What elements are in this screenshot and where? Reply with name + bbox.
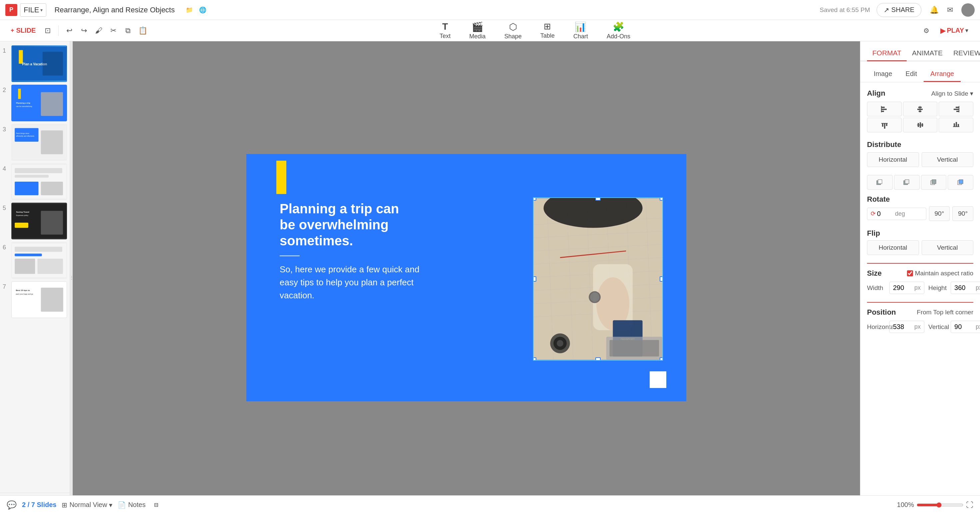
flip-horizontal-button[interactable]: Horizontal — [867, 240, 919, 255]
aspect-ratio-checkbox[interactable] — [907, 271, 913, 276]
bring-to-front-button[interactable] — [948, 175, 973, 190]
width-input[interactable] — [893, 284, 913, 292]
align-top-button[interactable] — [867, 118, 902, 132]
view-mode-selector[interactable]: ⊞ Normal View ▾ — [62, 501, 112, 509]
redo-button[interactable]: ↪ — [77, 24, 91, 37]
play-button[interactable]: ▶ PLAY ▾ — [935, 24, 973, 37]
rotate-ccw-button[interactable]: 90° — [929, 206, 950, 221]
selection-handle-bl[interactable] — [533, 357, 536, 361]
align-right-button[interactable] — [939, 102, 973, 116]
media-tool[interactable]: 🎬 Media — [465, 20, 490, 41]
paint-format-button[interactable]: 🖌 — [92, 24, 105, 37]
tab-format[interactable]: FORMAT — [867, 46, 907, 61]
maintain-aspect-ratio[interactable]: Maintain aspect ratio — [907, 270, 973, 277]
slide-thumb-4[interactable]: 4 — [3, 163, 67, 200]
tab-review[interactable]: REVIEW — [948, 46, 980, 61]
horizontal-input-wrapper[interactable]: px — [889, 321, 924, 333]
canvas-area[interactable]: Planning a trip can be overwhelming some… — [73, 41, 860, 514]
tab-animate[interactable]: ANIMATE — [907, 46, 948, 61]
file-button[interactable]: FILE ▾ — [20, 3, 46, 17]
copy-button[interactable]: ⧉ — [121, 24, 135, 37]
user-avatar[interactable] — [961, 3, 975, 17]
svg-rect-15 — [15, 168, 62, 173]
zoom-slider[interactable] — [917, 502, 963, 508]
size-section: Size Maintain aspect ratio Width px Heig… — [867, 269, 973, 294]
slide-preview-5[interactable]: Saving Travel Expenses policy — [11, 203, 67, 239]
slide-preview-2[interactable]: Planning a trip can be overwhelming — [11, 85, 67, 121]
layout-icon[interactable]: ⊡ — [41, 24, 54, 37]
undo-button[interactable]: ↩ — [63, 24, 76, 37]
send-to-back-button[interactable] — [867, 175, 892, 190]
table-tool[interactable]: ⊞ Table — [536, 20, 558, 41]
rotate-cw-button[interactable]: 90° — [952, 206, 973, 221]
slide-list: 1 Plan a Vacation 2 — [0, 41, 70, 493]
subtab-arrange[interactable]: Arrange — [924, 67, 961, 82]
align-center-h-button[interactable] — [903, 102, 938, 116]
slide-preview-6[interactable] — [11, 242, 67, 278]
slide-preview-1[interactable]: Plan a Vacation — [11, 45, 67, 82]
selection-handle-rm[interactable] — [660, 276, 663, 282]
panel-resizer[interactable]: ⋮ — [70, 41, 73, 514]
align-middle-button[interactable] — [903, 118, 938, 132]
send-backward-button[interactable] — [894, 175, 920, 190]
height-input[interactable] — [955, 284, 974, 292]
chat-icon[interactable]: 💬 — [7, 500, 17, 510]
mail-icon[interactable]: ✉ — [944, 4, 956, 16]
cut-button[interactable]: ✂ — [107, 24, 120, 37]
right-toolbar: ⚙ ▶ PLAY ▾ — [920, 24, 973, 37]
subtab-edit[interactable]: Edit — [899, 67, 924, 82]
folder-icon[interactable]: 📁 — [184, 5, 195, 15]
flip-row: Horizontal Vertical — [867, 240, 973, 255]
text-tool[interactable]: T Text — [436, 20, 455, 41]
vertical-input[interactable] — [955, 323, 974, 331]
rotate-input-wrapper[interactable]: ⟳ deg — [867, 208, 926, 220]
position-section: Position From Top left corner Horizontal… — [867, 308, 973, 333]
slide-thumb-5[interactable]: 5 Saving Travel Expenses policy — [3, 203, 67, 239]
globe-icon[interactable]: 🌐 — [197, 5, 208, 15]
distribute-horizontal-button[interactable]: Horizontal — [867, 152, 919, 167]
flip-vertical-button[interactable]: Vertical — [922, 240, 974, 255]
selection-handle-bm[interactable] — [595, 357, 601, 361]
svg-rect-70 — [954, 109, 959, 110]
align-to-label[interactable]: Align to Slide ▾ — [931, 90, 973, 97]
text-block[interactable]: Planning a trip can be overwhelming some… — [280, 201, 420, 302]
top-icons: 📁 🌐 — [184, 5, 208, 15]
slide-preview-4[interactable] — [11, 163, 67, 200]
align-bottom-button[interactable] — [939, 118, 973, 132]
bring-forward-button[interactable] — [921, 175, 947, 190]
height-input-wrapper[interactable]: px — [951, 282, 980, 294]
fullscreen-button[interactable]: ⛶ — [966, 501, 973, 509]
align-header: Align Align to Slide ▾ — [867, 89, 973, 98]
selection-handle-br[interactable] — [660, 357, 663, 361]
selection-handle-lm[interactable] — [533, 276, 536, 282]
slide-thumb-3[interactable]: 3 Pack things more efficiently and effec… — [3, 124, 67, 161]
paste-button[interactable]: 📋 — [136, 24, 150, 37]
selection-handle-tl[interactable] — [533, 197, 536, 201]
selection-handle-tr[interactable] — [660, 197, 663, 201]
slide-image-container[interactable]: PASSPORT — [533, 197, 663, 361]
position-header: Position From Top left corner — [867, 308, 973, 317]
settings-button[interactable]: ⚙ — [920, 25, 932, 37]
align-left-button[interactable] — [867, 102, 902, 116]
slide-thumb-7[interactable]: 7 Best 10 tips to pack your bags and go — [3, 281, 67, 318]
share-button[interactable]: ↗ SHARE — [877, 3, 921, 17]
distribute-vertical-button[interactable]: Vertical — [922, 152, 974, 167]
slide-thumb-6[interactable]: 6 — [3, 242, 67, 278]
chart-tool[interactable]: 📊 Chart — [570, 20, 592, 41]
bell-icon[interactable]: 🔔 — [928, 4, 940, 16]
selection-handle-tm[interactable] — [595, 197, 601, 201]
addons-tool[interactable]: 🧩 Add-Ons — [603, 20, 634, 41]
shape-tool[interactable]: ⬡ Shape — [500, 20, 526, 41]
subtab-image[interactable]: Image — [867, 67, 899, 82]
slide-preview-7[interactable]: Best 10 tips to pack your bags and go — [11, 281, 67, 318]
slide-preview-3[interactable]: Pack things more efficiently and effecti… — [11, 124, 67, 161]
width-input-wrapper[interactable]: px — [889, 282, 924, 294]
vertical-input-wrapper[interactable]: px — [951, 321, 980, 333]
slide-thumb-1[interactable]: 1 Plan a Vacation — [3, 45, 67, 82]
slide-thumb-2[interactable]: 2 Planning a trip can be overwhelming — [3, 85, 67, 121]
add-slide-button[interactable]: + SLIDE — [7, 25, 40, 36]
notes-button[interactable]: 📄 Notes — [118, 501, 145, 509]
horizontal-input[interactable] — [893, 323, 913, 331]
columns-icon[interactable]: ⊟ — [151, 500, 162, 510]
rotate-value-input[interactable] — [877, 210, 894, 218]
